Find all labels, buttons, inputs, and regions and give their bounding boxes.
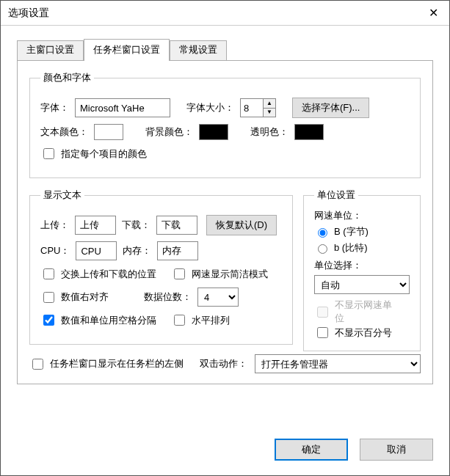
hide-percent-checkbox[interactable]: 不显示百分号 xyxy=(314,325,392,340)
choose-font-button[interactable]: 选择字体(F)... xyxy=(292,98,369,118)
radio-bit-label: b (比特) xyxy=(334,241,368,255)
dialog-footer: 确定 取消 xyxy=(1,428,449,475)
bg-color-label: 背景颜色： xyxy=(145,125,193,139)
digits-select[interactable]: 4 xyxy=(197,288,239,307)
content-area: 主窗口设置 任务栏窗口设置 常规设置 颜色和字体 字体： Microsoft Y… xyxy=(1,26,449,428)
tab-taskbar-window[interactable]: 任务栏窗口设置 xyxy=(84,39,170,61)
trans-color-label: 透明色： xyxy=(250,125,288,139)
per-item-color-label: 指定每个项目的颜色 xyxy=(61,147,147,161)
upload-label: 上传： xyxy=(40,219,69,232)
dialog-window: 选项设置 ✕ 主窗口设置 任务栏窗口设置 常规设置 颜色和字体 字体： Micr… xyxy=(0,0,450,476)
tab-main-window[interactable]: 主窗口设置 xyxy=(17,40,84,61)
hide-speed-unit-label: 不显示网速单位 xyxy=(335,299,401,325)
per-item-color-checkbox[interactable]: 指定每个项目的颜色 xyxy=(40,146,147,161)
left-pos-checkbox[interactable]: 任务栏窗口显示在任务栏的左侧 xyxy=(29,356,184,372)
cpu-label: CPU： xyxy=(40,244,70,257)
restore-defaults-button[interactable]: 恢复默认(D) xyxy=(206,215,277,235)
speed-unit-label: 网速单位： xyxy=(314,209,410,222)
swap-label: 交换上传和下载的位置 xyxy=(61,268,156,281)
group-color-font: 颜色和字体 字体： Microsoft YaHe 字体大小： ▲ ▼ 选择字体(… xyxy=(29,71,421,178)
horizontal-checkbox[interactable]: 水平排列 xyxy=(171,312,230,328)
dblclick-label: 双击动作： xyxy=(200,357,247,370)
trans-color-swatch[interactable] xyxy=(294,124,324,140)
space-sep-label: 数值和单位用空格分隔 xyxy=(61,314,156,327)
radio-byte[interactable]: B (字节) xyxy=(314,225,410,238)
titlebar: 选项设置 ✕ xyxy=(1,1,449,26)
font-size-input[interactable] xyxy=(241,99,263,117)
group-display-text-legend: 显示文本 xyxy=(40,188,84,202)
cancel-button[interactable]: 取消 xyxy=(360,439,433,461)
spin-up-icon[interactable]: ▲ xyxy=(264,99,275,109)
right-align-label: 数值右对齐 xyxy=(61,290,109,304)
upload-input[interactable] xyxy=(75,216,116,235)
font-size-spinner[interactable]: ▲ ▼ xyxy=(240,98,276,117)
mem-label: 内存： xyxy=(123,244,151,257)
font-label: 字体： xyxy=(40,101,69,114)
right-align-checkbox[interactable]: 数值右对齐 xyxy=(40,290,109,305)
tab-panel: 颜色和字体 字体： Microsoft YaHe 字体大小： ▲ ▼ 选择字体(… xyxy=(17,60,433,384)
group-unit-legend: 单位设置 xyxy=(314,188,358,202)
font-name-box: Microsoft YaHe xyxy=(75,98,170,117)
close-icon[interactable]: ✕ xyxy=(417,1,449,25)
group-color-font-legend: 颜色和字体 xyxy=(40,71,94,84)
tab-general[interactable]: 常规设置 xyxy=(170,40,227,61)
digits-label: 数据位数： xyxy=(144,290,192,304)
group-unit: 单位设置 网速单位： B (字节) b (比特) 单位选择： 自动 xyxy=(303,188,421,351)
tab-strip: 主窗口设置 任务栏窗口设置 常规设置 xyxy=(17,39,433,61)
hide-speed-unit-checkbox: 不显示网速单位 xyxy=(314,299,401,325)
text-color-swatch[interactable] xyxy=(94,124,123,140)
hide-percent-label: 不显示百分号 xyxy=(335,326,392,340)
group-display-text: 显示文本 上传： 下载： 恢复默认(D) CPU： 内存： xyxy=(29,188,293,345)
text-color-label: 文本颜色： xyxy=(40,125,88,139)
cpu-input[interactable] xyxy=(76,241,117,260)
window-title: 选项设置 xyxy=(8,7,49,20)
left-pos-label: 任务栏窗口显示在任务栏的左侧 xyxy=(50,357,184,370)
unit-select[interactable]: 自动 xyxy=(314,275,410,294)
simple-mode-checkbox[interactable]: 网速显示简洁模式 xyxy=(171,266,268,282)
space-sep-checkbox[interactable]: 数值和单位用空格分隔 xyxy=(40,312,156,328)
font-size-label: 字体大小： xyxy=(186,101,234,114)
radio-byte-label: B (字节) xyxy=(334,225,369,238)
bg-color-swatch[interactable] xyxy=(199,124,228,140)
download-label: 下载： xyxy=(122,219,150,232)
horizontal-label: 水平排列 xyxy=(192,314,230,327)
simple-mode-label: 网速显示简洁模式 xyxy=(192,268,268,281)
download-input[interactable] xyxy=(156,216,197,235)
mem-input[interactable] xyxy=(157,241,198,260)
ok-button[interactable]: 确定 xyxy=(275,439,348,461)
radio-bit[interactable]: b (比特) xyxy=(314,241,410,255)
unit-select-label: 单位选择： xyxy=(314,259,410,272)
spin-down-icon[interactable]: ▼ xyxy=(264,109,275,117)
swap-checkbox[interactable]: 交换上传和下载的位置 xyxy=(40,266,156,282)
dblclick-select[interactable]: 打开任务管理器 xyxy=(255,354,421,373)
